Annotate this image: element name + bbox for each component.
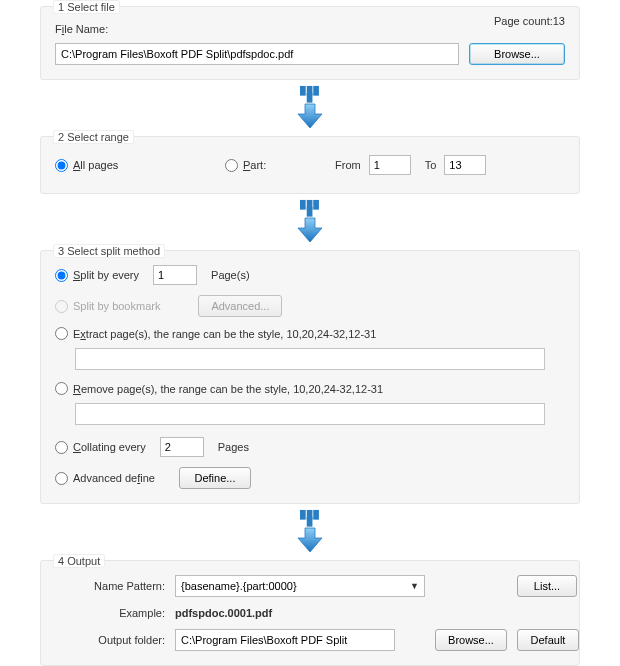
to-label: To <box>425 159 437 171</box>
output-folder-input[interactable] <box>175 629 395 651</box>
radio-advanced-define-input[interactable] <box>55 472 68 485</box>
page-count-value: 13 <box>553 15 565 27</box>
from-label: From <box>335 159 361 171</box>
panel-select-range: 2 Select range All pages Part: From To <box>40 136 580 194</box>
arrow-icon: ████ <box>0 504 620 560</box>
extract-range-input[interactable] <box>75 348 545 370</box>
radio-split-bookmark: Split by bookmark <box>55 300 160 313</box>
radio-extract-pages[interactable]: Extract page(s), the range can be the st… <box>55 327 376 340</box>
example-label: Example: <box>55 607 165 619</box>
page-count-label: Page count: <box>494 15 553 27</box>
name-pattern-input[interactable] <box>175 575 425 597</box>
radio-advanced-define[interactable]: Advanced define <box>55 472 155 485</box>
file-name-label: File Name: <box>55 23 565 35</box>
radio-remove-pages[interactable]: Remove page(s), the range can be the sty… <box>55 382 383 395</box>
panel-output: 4 Output Name Pattern: ▼ List... Example… <box>40 560 580 666</box>
panel-title-output: 4 Output <box>53 554 105 568</box>
radio-extract-pages-input[interactable] <box>55 327 68 340</box>
radio-split-every-input[interactable] <box>55 269 68 282</box>
file-path-input[interactable] <box>55 43 459 65</box>
split-every-input[interactable] <box>153 265 197 285</box>
example-value: pdfspdoc.0001.pdf <box>175 607 425 619</box>
advanced-button: Advanced... <box>198 295 282 317</box>
radio-split-every[interactable]: Split by every <box>55 269 139 282</box>
output-browse-button[interactable]: Browse... <box>435 629 507 651</box>
arrow-icon: ████ <box>0 80 620 136</box>
radio-all-pages-input[interactable] <box>55 159 68 172</box>
from-input[interactable] <box>369 155 411 175</box>
radio-remove-pages-input[interactable] <box>55 382 68 395</box>
to-input[interactable] <box>444 155 486 175</box>
define-button[interactable]: Define... <box>179 467 251 489</box>
radio-all-pages[interactable]: All pages <box>55 159 225 172</box>
remove-range-input[interactable] <box>75 403 545 425</box>
radio-collating[interactable]: Collating every <box>55 441 146 454</box>
name-pattern-label: Name Pattern: <box>55 580 165 592</box>
panel-select-split-method: 3 Select split method Split by every Pag… <box>40 250 580 504</box>
collating-unit: Pages <box>218 441 249 453</box>
split-every-unit: Page(s) <box>211 269 250 281</box>
default-button[interactable]: Default <box>517 629 579 651</box>
radio-part-input[interactable] <box>225 159 238 172</box>
output-folder-label: Output folder: <box>55 634 165 646</box>
radio-split-bookmark-label: Split by bookmark <box>73 300 160 312</box>
page-count: Page count:13 <box>494 15 565 27</box>
radio-part[interactable]: Part: <box>225 159 335 172</box>
panel-title-select-range: 2 Select range <box>53 130 134 144</box>
radio-split-bookmark-input <box>55 300 68 313</box>
browse-button[interactable]: Browse... <box>469 43 565 65</box>
arrow-icon: ████ <box>0 194 620 250</box>
collating-input[interactable] <box>160 437 204 457</box>
panel-title-select-file: 1 Select file <box>53 0 120 14</box>
panel-title-split-method: 3 Select split method <box>53 244 165 258</box>
panel-select-file: 1 Select file Page count:13 File Name: B… <box>40 6 580 80</box>
list-button[interactable]: List... <box>517 575 577 597</box>
radio-collating-input[interactable] <box>55 441 68 454</box>
name-pattern-combo[interactable]: ▼ <box>175 575 425 597</box>
